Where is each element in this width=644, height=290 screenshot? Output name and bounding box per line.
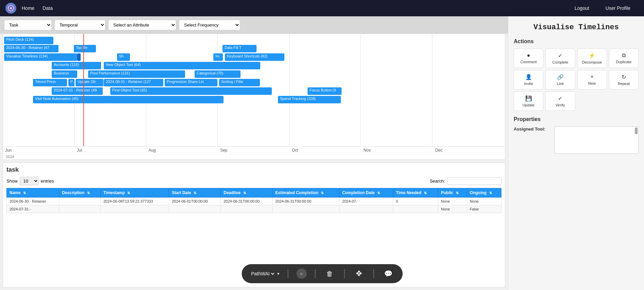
action-repeat-label: Repeat <box>618 82 630 86</box>
task-bar[interactable]: Progression Share Lin <box>165 79 217 86</box>
panel-title: Visualise Timelines <box>514 23 639 32</box>
chat-button[interactable]: 💬 <box>382 268 394 280</box>
action-invite[interactable]: 👤 Invite <box>514 70 543 89</box>
assigned-tool-label: Assigned Tool: <box>514 126 555 132</box>
type-filter[interactable]: Task <box>4 20 52 30</box>
task-bar[interactable]: Visualise Timelines (134) <box>4 53 77 61</box>
month-dec: Dec <box>433 148 505 153</box>
actions-grid: ● Comment ✓ Complete ⚡ Decompose ⧉ Dupli… <box>514 49 639 111</box>
cell-start-date <box>169 205 221 213</box>
task-bar[interactable]: 2024-06-30 - Retainer (47 <box>4 45 59 52</box>
action-decompose-label: Decompose <box>582 60 602 64</box>
app-logo <box>5 3 16 14</box>
task-bar[interactable]: 2024-07-31 - Retainer (48 <box>52 87 103 95</box>
toolbar-divider-1 <box>287 269 288 278</box>
task-bar[interactable]: Sorting / Filte <box>219 79 260 86</box>
assigned-tool-value[interactable] <box>555 126 639 154</box>
nav-home[interactable]: Home <box>22 5 34 11</box>
task-bar[interactable]: Im <box>213 53 223 61</box>
action-decompose[interactable]: ⚡ Decompose <box>577 49 607 68</box>
task-bar[interactable]: Business <box>52 70 77 78</box>
actions-title: Actions <box>514 38 639 45</box>
comment-icon: ● <box>527 52 530 58</box>
nav-data[interactable]: Data <box>43 5 53 11</box>
move-button[interactable]: ✥ <box>353 268 365 280</box>
col-timestamp[interactable]: Timestamp ⇅ <box>100 188 169 198</box>
task-bar[interactable]: Categorical (70) <box>195 70 241 78</box>
right-panel: Visualise Timelines Actions ● Comment ✓ … <box>508 16 644 290</box>
left-panel: Task Temporal Select an Attribute Select… <box>0 16 508 290</box>
col-public[interactable]: Public ⇅ <box>438 188 467 198</box>
current-date-line <box>83 34 84 146</box>
month-jun: Jun <box>3 148 75 153</box>
cell-public: None <box>438 205 467 213</box>
col-ongoing[interactable]: Ongoing ⇅ <box>467 188 501 198</box>
nav-logout[interactable]: Logout <box>575 5 589 11</box>
toolbar-divider-3 <box>344 269 345 278</box>
col-deadline[interactable]: Deadline ⇅ <box>221 188 273 198</box>
top-navigation: Home Data Logout User Profile <box>0 0 644 16</box>
nav-user-profile[interactable]: User Profile <box>606 5 630 11</box>
col-description[interactable]: Description ⇅ <box>59 188 101 198</box>
action-new-label: New <box>588 81 596 85</box>
col-start-date[interactable]: Start Date ⇅ <box>169 188 221 198</box>
view-filter[interactable]: Temporal <box>54 20 105 30</box>
verify-icon: ✓ <box>558 95 562 102</box>
attribute-filter[interactable]: Select an Attribute <box>108 20 176 30</box>
task-bar[interactable]: Accounts (126) <box>52 62 101 69</box>
cell-public: None <box>438 198 467 205</box>
task-bar[interactable]: Pitch Deck (124) <box>4 37 53 44</box>
plus-icon: + <box>590 74 593 80</box>
toolbar-divider-4 <box>373 269 374 278</box>
search-box: Search: <box>430 177 501 185</box>
action-new[interactable]: + New <box>577 70 607 89</box>
cell-ongoing: False <box>467 205 501 213</box>
cell-description <box>59 205 101 213</box>
action-duplicate[interactable]: ⧉ Duplicate <box>609 49 639 68</box>
task-bar[interactable]: Spend Tracking (108) <box>278 96 341 103</box>
task-bar[interactable]: Update Ob <box>76 79 103 86</box>
col-name[interactable]: Name ⇅ <box>7 188 59 198</box>
frequency-filter[interactable]: Select Frequency <box>179 20 240 30</box>
task-bar[interactable]: New Object Tool (64) <box>104 62 260 69</box>
action-complete[interactable]: ✓ Complete <box>545 49 575 68</box>
task-bar[interactable]: 2024-08-31 - Retainer (127 <box>104 79 163 86</box>
search-input[interactable] <box>447 177 501 185</box>
action-link[interactable]: 🔗 Link <box>545 70 575 89</box>
chevron-down-icon: ▾ <box>277 271 279 276</box>
duplicate-icon: ⧉ <box>622 52 626 58</box>
action-complete-label: Complete <box>552 60 568 64</box>
task-bar[interactable]: Post Performance (131) <box>88 70 185 78</box>
task-bar[interactable]: Visit Note Automation (45) <box>33 96 224 103</box>
show-label: Show <box>6 178 18 184</box>
task-bar[interactable]: Keyboard Shortcuts (82) <box>225 53 284 61</box>
month-nov: Nov <box>362 148 433 153</box>
app-selector[interactable]: PathWAI ▾ <box>250 271 279 277</box>
action-repeat[interactable]: ↻ Repeat <box>609 70 639 89</box>
action-verify[interactable]: ✓ Verify <box>545 91 575 111</box>
toolbar-divider-2 <box>315 269 315 278</box>
task-bar[interactable]: Find Object Tool (65) <box>110 87 272 95</box>
properties-title: Properties <box>514 116 639 122</box>
delete-button[interactable]: 🗑 <box>324 268 336 280</box>
action-update[interactable]: 💾 Update <box>514 91 543 111</box>
col-time-needed[interactable]: Time Needed ⇅ <box>393 188 438 198</box>
entries-select[interactable]: 10 25 50 100 <box>20 177 39 185</box>
action-verify-label: Verify <box>556 103 565 107</box>
col-completion-date[interactable]: Completion Date ⇅ <box>340 188 393 198</box>
task-bar[interactable]: Sh <box>117 53 130 61</box>
task-bar[interactable]: Tax Re <box>74 45 96 52</box>
task-bar[interactable]: P <box>68 79 75 86</box>
col-estimated-completion[interactable]: Estimated Completion ⇅ <box>273 188 340 198</box>
task-bar[interactable]: Tiered Pricin <box>33 79 67 86</box>
app-name-select[interactable]: PathWAI <box>250 271 275 277</box>
cell-timestamp <box>100 205 169 213</box>
task-bar[interactable]: Focus Button (9 <box>308 87 342 95</box>
decompose-icon: ⚡ <box>589 52 595 59</box>
link-icon: 🔗 <box>557 74 564 80</box>
cell-description <box>59 198 101 205</box>
cell-time-needed <box>393 205 438 213</box>
task-bar[interactable]: Data Fill T <box>222 45 257 52</box>
action-comment[interactable]: ● Comment <box>514 49 543 68</box>
month-jul: Jul <box>75 148 147 153</box>
